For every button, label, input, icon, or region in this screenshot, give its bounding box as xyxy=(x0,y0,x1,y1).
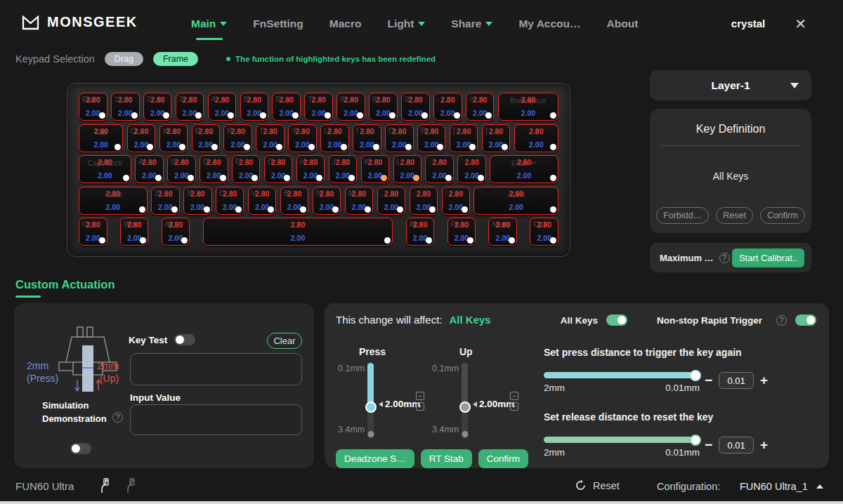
press-distance-input[interactable] xyxy=(719,372,754,389)
keyboard-key-w[interactable]: W2.802.00 xyxy=(159,124,188,152)
rapid-trigger-toggle[interactable] xyxy=(795,314,816,326)
keyboard-key-l[interactable]: L2.802.00 xyxy=(393,155,422,183)
release-distance-plus-icon[interactable]: + xyxy=(760,437,768,453)
release-distance-slider[interactable] xyxy=(544,437,700,443)
keyboard-key-sym[interactable]: =2.802.00 xyxy=(466,93,495,121)
release-distance-handle[interactable] xyxy=(690,435,701,446)
keyboard-key-f[interactable]: F2.802.00 xyxy=(232,155,261,183)
keyboard-key-shift[interactable]: ↑Shift2.802.00 xyxy=(473,187,558,215)
keyboard-key-r[interactable]: R2.802.00 xyxy=(223,124,252,152)
keyboard-key-2[interactable]: 22.802.00 xyxy=(143,93,172,121)
keyboard-key-s[interactable]: S2.802.00 xyxy=(167,155,196,183)
keyboard-key-tab[interactable]: Tab2.802.00 xyxy=(79,124,123,152)
keyboard-key-p[interactable]: P2.802.00 xyxy=(417,124,446,152)
release-distance-minus-icon[interactable]: − xyxy=(705,437,712,453)
press-step-minus-icon[interactable]: − xyxy=(416,392,424,400)
all-keys-toggle[interactable] xyxy=(606,314,627,326)
keyboard-key-o[interactable]: O2.802.00 xyxy=(385,124,414,152)
forbidden-button[interactable]: Forbidd… xyxy=(656,207,709,224)
keyboard-key-5[interactable]: 52.802.00 xyxy=(240,93,269,121)
press-slider[interactable] xyxy=(367,363,374,439)
keyboard-key-6[interactable]: 62.802.00 xyxy=(272,93,301,121)
key-test-toggle[interactable] xyxy=(174,334,195,345)
configuration-selector[interactable]: FUN60 Ultra_1 xyxy=(740,481,823,492)
layer-dropdown[interactable]: Layer-1 xyxy=(650,70,811,100)
nav-item-share[interactable]: Share xyxy=(451,18,492,30)
keyboard-key-sym[interactable]: /2.802.00 xyxy=(442,187,471,215)
reset-keys-button[interactable]: Reset xyxy=(716,207,753,224)
keyboard-key-n[interactable]: N2.802.00 xyxy=(313,187,341,215)
press-slider-handle[interactable] xyxy=(365,402,377,413)
keyboard-key-d[interactable]: D2.802.00 xyxy=(200,155,228,183)
up-slider-handle[interactable] xyxy=(459,402,471,413)
confirm-keys-button[interactable]: Confirm xyxy=(760,207,805,224)
keyboard-key-e[interactable]: E2.802.00 xyxy=(192,124,221,152)
keyboard-key-0[interactable]: 02.802.00 xyxy=(401,93,430,121)
keyboard-key-7[interactable]: 72.802.00 xyxy=(304,93,333,121)
keyboard-key-q[interactable]: Q2.802.00 xyxy=(127,124,156,152)
nav-item-main[interactable]: Main xyxy=(191,18,227,30)
keyboard-key-b[interactable]: B2.802.00 xyxy=(280,187,309,215)
keyboard-key-shift[interactable]: ↑Shift2.802.00 xyxy=(79,187,148,215)
keyboard-key-ctrl[interactable]: Ctrl2.802.00 xyxy=(79,218,107,246)
keyboard-key-j[interactable]: J2.802.00 xyxy=(329,155,358,183)
keyboard-key-1[interactable]: 12.802.00 xyxy=(111,93,140,121)
key-test-output[interactable] xyxy=(130,353,302,385)
keyboard-key-sym[interactable]: ]2.802.00 xyxy=(482,124,511,152)
keyboard-key-4[interactable]: 42.802.00 xyxy=(208,93,237,121)
keyboard-key-k[interactable]: K2.802.00 xyxy=(361,155,390,183)
keyboard-key-sym[interactable]: .2.802.00 xyxy=(410,187,438,215)
keyboard-key-menu[interactable]: Menu2.802.00 xyxy=(488,218,517,246)
keyboard-key-g[interactable]: G2.802.00 xyxy=(264,155,293,183)
keyboard-key-enter[interactable]: Enter ↵2.802.00 xyxy=(490,155,558,183)
keyboard-key-z[interactable]: Z2.802.00 xyxy=(151,187,180,215)
rt-stab-button[interactable]: RT Stab xyxy=(421,449,472,468)
keyboard-key-u[interactable]: U2.802.00 xyxy=(320,124,349,152)
nav-item-fnsetting[interactable]: FnSetting xyxy=(253,18,303,30)
keyboard-key-space[interactable]: 2.802.00 xyxy=(203,218,393,246)
nav-item-macro[interactable]: Macro xyxy=(329,18,362,30)
input-value-field[interactable] xyxy=(130,404,302,435)
keyboard-key-sym[interactable]: ,2.802.00 xyxy=(377,187,406,215)
keyboard-key-esc[interactable]: Esc2.802.00 xyxy=(79,93,107,121)
keyboard-key-alt[interactable]: Alt2.802.00 xyxy=(406,218,435,246)
clear-button[interactable]: Clear xyxy=(267,333,302,349)
keyboard-key-9[interactable]: 92.802.00 xyxy=(369,93,398,121)
nav-item-my-account[interactable]: My Accou… xyxy=(518,18,580,30)
deadzone-settings-button[interactable]: Deadzone S… xyxy=(336,449,414,468)
reset-configuration-button[interactable]: Reset xyxy=(575,479,620,491)
keyboard-key-win[interactable]: Win2.802.00 xyxy=(120,218,149,246)
up-slider[interactable] xyxy=(462,363,468,439)
close-icon[interactable]: ✕ xyxy=(795,15,806,32)
keyboard-key-ctrl[interactable]: Ctrl2.802.00 xyxy=(530,218,558,246)
start-calibration-button[interactable]: Start Calibrat.. xyxy=(732,248,804,267)
help-icon[interactable]: ? xyxy=(719,253,730,263)
keyboard-key-fn[interactable]: Fn2.802.00 xyxy=(447,218,476,246)
press-distance-slider[interactable] xyxy=(544,372,700,378)
keyboard-key-v[interactable]: V2.802.00 xyxy=(248,187,277,215)
keyboard-key-3[interactable]: 32.802.00 xyxy=(176,93,204,121)
keyboard-key-sym[interactable]: -2.802.00 xyxy=(433,93,462,121)
nav-item-about[interactable]: About xyxy=(607,18,639,30)
keyboard-key-y[interactable]: Y2.802.00 xyxy=(288,124,317,152)
keyboard-key-sym[interactable]: \2.802.00 xyxy=(514,124,558,152)
drag-mode-button[interactable]: Drag xyxy=(105,52,143,66)
keyboard-key-i[interactable]: I2.802.00 xyxy=(353,124,381,152)
keyboard-key-backspace[interactable]: Backspace2.802.00 xyxy=(498,93,558,121)
simulation-demo-toggle[interactable] xyxy=(70,443,91,454)
keyboard-key-x[interactable]: X2.802.00 xyxy=(183,187,212,215)
nav-item-light[interactable]: Light xyxy=(387,18,425,30)
keyboard-key-h[interactable]: H2.802.00 xyxy=(296,155,325,183)
keyboard-key-c[interactable]: C2.802.00 xyxy=(216,187,244,215)
release-distance-input[interactable] xyxy=(719,437,754,453)
press-step-plus-icon[interactable]: + xyxy=(416,402,424,411)
help-icon[interactable]: ? xyxy=(776,315,787,326)
help-icon[interactable]: ? xyxy=(112,412,123,423)
keyboard-key-sym[interactable]: ;2.802.00 xyxy=(425,155,454,183)
confirm-actuation-button[interactable]: Confirm xyxy=(478,449,528,468)
press-distance-plus-icon[interactable]: + xyxy=(760,373,768,388)
keyboard-key-alt[interactable]: Alt2.802.00 xyxy=(162,218,190,246)
keyboard-key-sym[interactable]: '2.802.00 xyxy=(457,155,486,183)
press-distance-minus-icon[interactable]: − xyxy=(705,373,712,388)
keyboard-key-8[interactable]: 82.802.00 xyxy=(336,93,365,121)
